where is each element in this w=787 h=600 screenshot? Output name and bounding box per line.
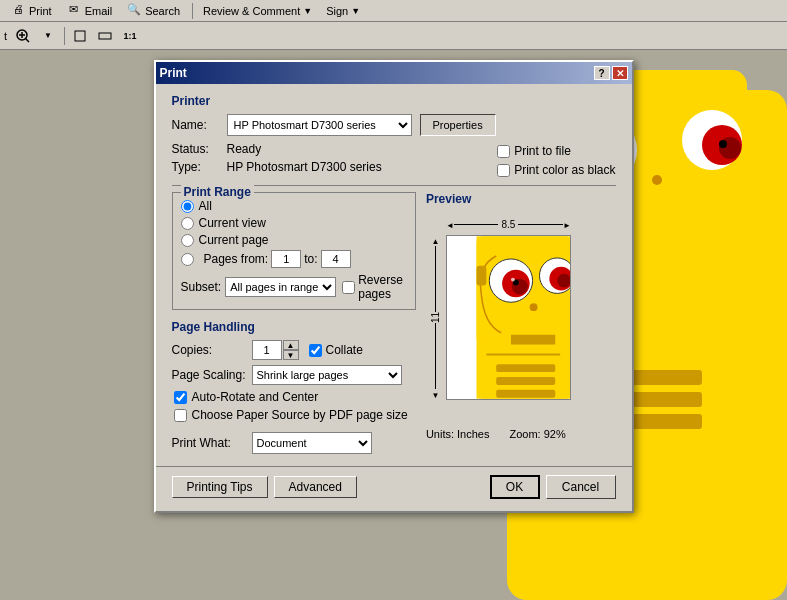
close-button[interactable]: ✕ <box>612 66 628 80</box>
copies-label: Copies: <box>172 343 252 357</box>
sign-button[interactable]: Sign ▼ <box>320 4 366 18</box>
current-page-radio-row[interactable]: Current page <box>181 233 407 247</box>
search-label: Search <box>145 5 180 17</box>
print-to-file-checkbox[interactable] <box>497 145 510 158</box>
separator1 <box>192 3 193 19</box>
email-icon: ✉ <box>66 3 82 19</box>
copies-up-button[interactable]: ▲ <box>283 340 299 350</box>
name-label: Name: <box>172 118 227 132</box>
svg-line-1 <box>26 38 30 42</box>
collate-checkbox[interactable] <box>309 344 322 357</box>
paper-source-checkbox[interactable] <box>174 409 187 422</box>
print-range-title: Print Range <box>181 185 254 199</box>
paper-source-row[interactable]: Choose Paper Source by PDF page size <box>174 408 416 422</box>
titlebar-buttons: ? ✕ <box>594 66 628 80</box>
preview-label: Preview <box>426 192 616 206</box>
pages-to-label: to: <box>304 252 317 266</box>
page-scaling-select[interactable]: Shrink large pages Fit to page None <box>252 365 402 385</box>
print-what-select[interactable]: Document Document and Markup Form Fields… <box>252 432 372 454</box>
status-label: Status: <box>172 142 227 156</box>
arrow-right-icon <box>563 219 571 230</box>
current-view-radio[interactable] <box>181 217 194 230</box>
print-to-file-row[interactable]: Print to file <box>497 144 615 158</box>
dimension-top: 8.5 <box>446 218 571 230</box>
dialog-overlay: Print ? ✕ Printer Name: HP Photosmart D7… <box>0 50 787 600</box>
svg-point-36 <box>530 303 538 311</box>
dimension-h-value: 8.5 <box>501 219 515 230</box>
dialog-content: Printer Name: HP Photosmart D7300 series… <box>156 84 632 466</box>
all-radio-row[interactable]: All <box>181 199 407 213</box>
email-label: Email <box>85 5 113 17</box>
pages-row: Pages from: to: <box>181 250 407 268</box>
type-label: Type: <box>172 160 227 174</box>
subset-label: Subset: <box>181 280 222 294</box>
pages-radio[interactable] <box>181 253 194 266</box>
subset-row: Subset: All pages in range Reverse pages <box>181 273 407 301</box>
search-icon-tb: 🔍 <box>126 3 142 19</box>
reverse-pages-label: Reverse pages <box>358 273 407 301</box>
print-label: Print <box>29 5 52 17</box>
help-button[interactable]: ? <box>594 66 610 80</box>
status-value: Ready <box>227 142 262 156</box>
subset-select[interactable]: All pages in range <box>225 277 336 297</box>
all-label: All <box>199 199 212 213</box>
pages-from-input[interactable] <box>271 250 301 268</box>
separator2 <box>64 27 65 45</box>
svg-rect-5 <box>99 33 111 39</box>
footer-right-buttons: OK Cancel <box>490 475 616 499</box>
printer-name-select[interactable]: HP Photosmart D7300 series <box>227 114 412 136</box>
current-page-label: Current page <box>199 233 269 247</box>
copies-down-button[interactable]: ▼ <box>283 350 299 360</box>
reverse-pages-checkbox[interactable] <box>342 281 355 294</box>
arrow-down-icon <box>431 389 439 400</box>
preview-section: Preview 8.5 <box>426 192 616 454</box>
preview-info: Units: Inches Zoom: 92% <box>426 424 606 440</box>
print-color-label: Print color as black <box>514 163 615 177</box>
arrow-left-icon <box>446 219 454 230</box>
actual-size-button[interactable]: 1:1 <box>118 25 142 47</box>
review-dropdown-icon: ▼ <box>303 6 312 16</box>
reverse-pages-row[interactable]: Reverse pages <box>342 273 407 301</box>
fit-page-button[interactable] <box>68 25 92 47</box>
properties-button[interactable]: Properties <box>420 114 496 136</box>
print-color-row[interactable]: Print color as black <box>497 163 615 177</box>
page-outline <box>446 235 571 400</box>
email-button[interactable]: ✉ Email <box>60 2 119 20</box>
fit-width-icon <box>98 29 112 43</box>
printer-name-row: Name: HP Photosmart D7300 series Propert… <box>172 114 616 136</box>
review-comment-button[interactable]: Review & Comment ▼ <box>197 4 318 18</box>
cancel-button[interactable]: Cancel <box>546 475 616 499</box>
pages-to-input[interactable] <box>321 250 351 268</box>
all-radio[interactable] <box>181 200 194 213</box>
auto-rotate-row[interactable]: Auto-Rotate and Center <box>174 390 416 404</box>
zoom-dropdown-button[interactable]: ▼ <box>36 25 60 47</box>
svg-rect-37 <box>511 335 555 345</box>
main-two-col: Print Range All Current view <box>172 192 616 454</box>
print-range-section: Print Range All Current view <box>172 192 416 310</box>
copies-spinner: ▲ ▼ <box>252 340 299 360</box>
sign-dropdown-icon: ▼ <box>351 6 360 16</box>
current-view-radio-row[interactable]: Current view <box>181 216 407 230</box>
print-color-checkbox[interactable] <box>497 164 510 177</box>
toolbar-top: 🖨 Print ✉ Email 🔍 Search Review & Commen… <box>0 0 787 22</box>
print-what-row: Print What: Document Document and Markup… <box>172 432 416 454</box>
svg-rect-41 <box>496 377 555 385</box>
copies-input[interactable] <box>252 340 282 360</box>
search-button[interactable]: 🔍 Search <box>120 2 186 20</box>
advanced-button[interactable]: Advanced <box>274 476 357 498</box>
text-tool-label: t <box>4 30 7 42</box>
collate-row[interactable]: Collate <box>309 343 363 357</box>
printing-tips-button[interactable]: Printing Tips <box>172 476 268 498</box>
ok-button[interactable]: OK <box>490 475 540 499</box>
current-page-radio[interactable] <box>181 234 194 247</box>
printer-section-header: Printer <box>172 94 616 108</box>
auto-rotate-checkbox[interactable] <box>174 391 187 404</box>
print-button[interactable]: 🖨 Print <box>4 2 58 20</box>
review-label: Review & Comment <box>203 5 300 17</box>
auto-rotate-label: Auto-Rotate and Center <box>192 390 319 404</box>
paper-source-label: Choose Paper Source by PDF page size <box>192 408 408 422</box>
zoom-in-button[interactable] <box>11 25 35 47</box>
sign-label: Sign <box>326 5 348 17</box>
dialog-footer: Printing Tips Advanced OK Cancel <box>156 466 632 511</box>
fit-width-button[interactable] <box>93 25 117 47</box>
